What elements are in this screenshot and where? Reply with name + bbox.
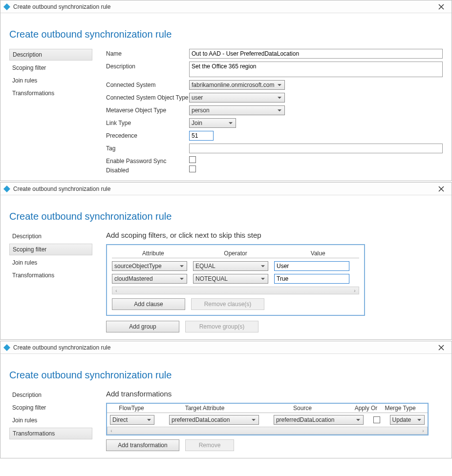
- col-operator: Operator: [194, 250, 277, 257]
- sidebar-item-label: Transformations: [13, 430, 55, 437]
- sidebar-item-label: Description: [12, 392, 42, 398]
- operator-select[interactable]: NOTEQUAL: [193, 274, 268, 284]
- operator-value: NOTEQUAL: [195, 275, 228, 282]
- cs-object-type-label: Connected System Object Type: [106, 93, 189, 101]
- sidebar-item-label: Scoping filter: [12, 404, 46, 411]
- connected-system-select[interactable]: fabrikamonline.onmicrosoft.com: [189, 80, 285, 90]
- sidebar-item-label: Scoping filter: [12, 64, 46, 71]
- precedence-label: Precedence: [106, 131, 189, 139]
- target-attribute-select[interactable]: preferredDataLocation: [169, 415, 259, 425]
- close-button[interactable]: [434, 184, 449, 194]
- sidebar-item-scoping[interactable]: Scoping filter: [9, 244, 92, 255]
- clause-row: sourceObjectType EQUAL: [112, 261, 359, 271]
- password-sync-label: Enable Password Sync: [106, 156, 189, 165]
- password-sync-checkbox[interactable]: [189, 156, 196, 163]
- sidebar-item-transformations[interactable]: Transformations: [9, 428, 92, 439]
- page-title: Create outbound synchronization rule: [9, 29, 443, 40]
- scroll-left-icon[interactable]: ‹: [108, 427, 115, 434]
- remove-group-button[interactable]: Remove group(s): [185, 321, 258, 332]
- transformation-row: Direct preferredDataLocation preferredDa…: [107, 413, 428, 425]
- attribute-select[interactable]: sourceObjectType: [112, 261, 187, 271]
- apply-once-checkbox[interactable]: [373, 416, 380, 423]
- name-input[interactable]: [189, 49, 443, 59]
- attribute-value: cloudMastered: [114, 275, 153, 282]
- sidebar-item-label: Transformations: [12, 90, 54, 97]
- attribute-select[interactable]: cloudMastered: [112, 274, 187, 284]
- sidebar-item-scoping[interactable]: Scoping filter: [9, 402, 92, 413]
- wizard-panel-transformations: Create outbound synchronization rule Cre…: [0, 341, 452, 458]
- sidebar-item-joinrules[interactable]: Join rules: [9, 257, 92, 268]
- sidebar-item-label: Join rules: [12, 417, 37, 424]
- col-target: Target Attribute: [156, 405, 254, 412]
- sidebar-item-scoping[interactable]: Scoping filter: [9, 62, 92, 73]
- wizard-sidebar: Description Scoping filter Join rules Tr…: [9, 231, 92, 332]
- link-type-select[interactable]: Join: [189, 118, 236, 128]
- col-attribute: Attribute: [112, 250, 194, 257]
- col-applyonce: Apply Or: [351, 405, 381, 412]
- precedence-input[interactable]: [189, 131, 214, 141]
- horizontal-scrollbar[interactable]: ‹ ›: [107, 427, 428, 435]
- wizard-sidebar: Description Scoping filter Join rules Tr…: [9, 49, 92, 174]
- remove-transformation-button[interactable]: Remove: [185, 439, 234, 451]
- merge-type-select[interactable]: Update: [390, 415, 425, 425]
- target-attribute-value: preferredDataLocation: [172, 416, 230, 423]
- horizontal-scrollbar[interactable]: ‹ ›: [112, 287, 359, 294]
- scoping-area: Add scoping filters, or click next to sk…: [106, 231, 429, 332]
- close-button[interactable]: [434, 343, 449, 352]
- tag-label: Tag: [106, 144, 189, 152]
- clause-row: cloudMastered NOTEQUAL: [112, 274, 359, 284]
- sidebar-item-description[interactable]: Description: [9, 49, 92, 61]
- svg-marker-1: [3, 186, 10, 192]
- titlebar: Create outbound synchronization rule: [0, 0, 452, 13]
- sidebar-item-label: Description: [13, 51, 42, 58]
- operator-select[interactable]: EQUAL: [193, 261, 268, 271]
- sidebar-item-joinrules[interactable]: Join rules: [9, 75, 92, 86]
- merge-type-value: Update: [392, 416, 411, 423]
- cs-object-type-value: user: [192, 94, 203, 101]
- scroll-right-icon[interactable]: ›: [351, 287, 359, 294]
- cs-object-type-select[interactable]: user: [189, 93, 285, 103]
- source-select[interactable]: preferredDataLocation: [274, 415, 364, 425]
- disabled-checkbox[interactable]: [189, 166, 196, 172]
- sidebar-item-transformations[interactable]: Transformations: [9, 88, 92, 99]
- app-icon: [3, 186, 10, 192]
- tag-input[interactable]: [189, 144, 443, 153]
- transformation-grid: FlowType Target Attribute Source Apply O…: [106, 403, 429, 435]
- sidebar-item-label: Description: [12, 233, 42, 240]
- app-icon: [3, 344, 10, 351]
- scroll-right-icon[interactable]: ›: [419, 427, 427, 434]
- sidebar-item-description[interactable]: Description: [9, 231, 92, 242]
- sidebar-item-description[interactable]: Description: [9, 390, 92, 400]
- scroll-left-icon[interactable]: ‹: [112, 287, 120, 294]
- svg-marker-2: [3, 344, 10, 351]
- link-type-label: Link Type: [106, 118, 189, 126]
- value-input[interactable]: [274, 274, 349, 284]
- add-clause-button[interactable]: Add clause: [112, 298, 185, 310]
- sidebar-item-label: Join rules: [12, 259, 37, 266]
- connected-system-label: Connected System: [106, 80, 189, 88]
- col-source: Source: [254, 405, 351, 412]
- add-transformation-button[interactable]: Add transformation: [106, 439, 179, 451]
- disabled-label: Disabled: [106, 166, 189, 174]
- mv-object-type-select[interactable]: person: [189, 105, 285, 115]
- page-title: Create outbound synchronization rule: [9, 370, 443, 381]
- sidebar-item-transformations[interactable]: Transformations: [9, 270, 92, 281]
- mv-object-type-value: person: [192, 107, 210, 114]
- form-area: Name Description Set the Office 365 regi…: [106, 49, 443, 174]
- transformations-area: Add transformations FlowType Target Attr…: [106, 390, 429, 451]
- flowtype-select[interactable]: Direct: [110, 415, 154, 425]
- svg-marker-0: [3, 3, 10, 10]
- description-input[interactable]: Set the Office 365 region: [189, 62, 443, 77]
- value-input[interactable]: [274, 261, 349, 271]
- close-button[interactable]: [434, 2, 449, 12]
- col-value: Value: [277, 250, 359, 257]
- operator-value: EQUAL: [195, 263, 215, 269]
- source-value: preferredDataLocation: [276, 416, 334, 423]
- remove-clause-button[interactable]: Remove clause(s): [191, 298, 264, 310]
- add-group-button[interactable]: Add group: [106, 321, 179, 332]
- flowtype-value: Direct: [112, 416, 128, 423]
- col-flowtype: FlowType: [107, 405, 156, 412]
- sidebar-item-joinrules[interactable]: Join rules: [9, 415, 92, 426]
- sidebar-item-label: Transformations: [12, 272, 54, 279]
- transformations-heading: Add transformations: [106, 390, 429, 398]
